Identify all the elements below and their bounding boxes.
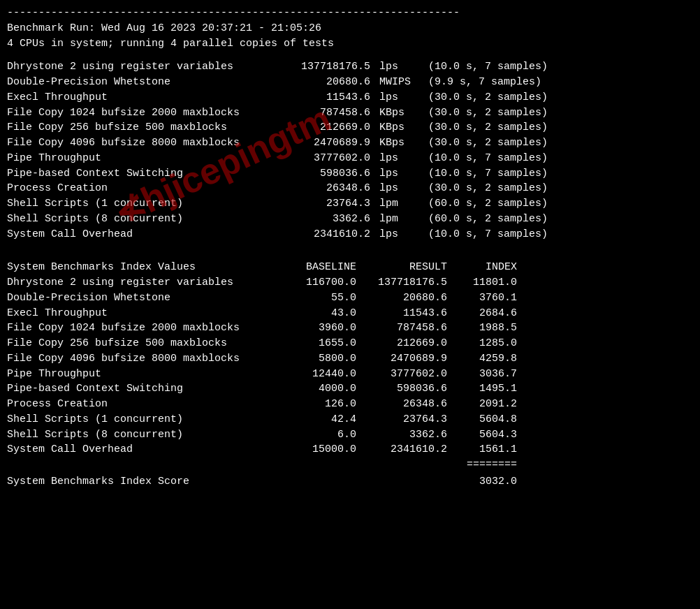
benchmark-info: (10.0 s, 7 samples): [422, 227, 562, 242]
index-row-name: File Copy 1024 bufsize 2000 maxblocks: [7, 321, 279, 336]
index-row-index: 3760.1: [447, 291, 517, 306]
index-row-name: Pipe Throughput: [7, 367, 279, 382]
benchmark-name: Shell Scripts (8 concurrent): [7, 212, 279, 227]
index-header-baseline: BASELINE: [279, 260, 356, 275]
index-section: System Benchmarks Index ValuesBASELINERE…: [7, 250, 693, 489]
benchmark-row: Dhrystone 2 using register variables1377…: [7, 59, 693, 75]
benchmark-row: File Copy 1024 bufsize 2000 maxblocks787…: [7, 105, 693, 121]
benchmark-value: 20680.6: [279, 75, 370, 90]
score-result-spacer: [356, 474, 447, 490]
index-row-baseline: 4000.0: [279, 381, 356, 397]
index-row-index: 1495.1: [447, 381, 517, 397]
index-row-baseline: 42.4: [279, 412, 356, 427]
benchmark-unit: lps: [373, 151, 422, 166]
equals-row: ========: [7, 457, 693, 473]
benchmark-row: Shell Scripts (8 concurrent)3362.6 lpm (…: [7, 212, 693, 227]
index-row-index: 1285.0: [447, 336, 517, 351]
benchmark-row: Pipe-based Context Switching598036.6 lps…: [7, 166, 693, 182]
index-row-name: Dhrystone 2 using register variables: [7, 275, 279, 291]
index-row-baseline: 126.0: [279, 397, 356, 412]
index-row-result: 137718176.5: [356, 275, 447, 291]
index-row-name: File Copy 256 bufsize 500 maxblocks: [7, 336, 279, 351]
score-baseline-spacer: [279, 474, 356, 490]
benchmark-value: 2341610.2: [279, 227, 370, 242]
benchmark-value: 598036.6: [279, 166, 370, 182]
benchmark-name: Pipe-based Context Switching: [7, 166, 279, 182]
index-data-row: Shell Scripts (1 concurrent)42.423764.35…: [7, 412, 693, 427]
benchmark-value: 26348.6: [279, 181, 370, 196]
benchmark-unit: MWIPS: [373, 75, 422, 90]
index-data-row: Dhrystone 2 using register variables1167…: [7, 275, 693, 291]
index-row-index: 2091.2: [447, 397, 517, 412]
index-row-name: Process Creation: [7, 397, 279, 412]
index-data-row: Pipe Throughput12440.03777602.03036.7: [7, 367, 693, 382]
benchmark-name: File Copy 1024 bufsize 2000 maxblocks: [7, 105, 279, 121]
index-row-name: File Copy 4096 bufsize 8000 maxblocks: [7, 351, 279, 367]
index-row-index: 11801.0: [447, 275, 517, 291]
benchmark-name: Dhrystone 2 using register variables: [7, 59, 279, 75]
benchmark-unit: KBps: [373, 135, 422, 151]
benchmark-info: (30.0 s, 2 samples): [422, 105, 562, 121]
index-row-result: 212669.0: [356, 336, 447, 351]
index-row-baseline: 3960.0: [279, 321, 356, 336]
index-row-result: 20680.6: [356, 291, 447, 306]
benchmark-value: 212669.0: [279, 120, 370, 135]
benchmark-name: Pipe Throughput: [7, 151, 279, 166]
benchmark-row: File Copy 4096 bufsize 8000 maxblocks247…: [7, 135, 693, 151]
index-row-baseline: 116700.0: [279, 275, 356, 291]
benchmark-name: File Copy 256 bufsize 500 maxblocks: [7, 120, 279, 135]
index-row-baseline: 43.0: [279, 306, 356, 321]
benchmark-info: (9.9 s, 7 samples): [422, 75, 562, 90]
benchmark-value: 2470689.9: [279, 135, 370, 151]
index-row-result: 2341610.2: [356, 442, 447, 457]
index-row-baseline: 55.0: [279, 291, 356, 306]
separator-top: ----------------------------------------…: [7, 6, 693, 21]
benchmark-unit: KBps: [373, 120, 422, 135]
benchmark-name: Process Creation: [7, 181, 279, 196]
index-data-row: System Call Overhead15000.02341610.21561…: [7, 442, 693, 457]
index-row-baseline: 15000.0: [279, 442, 356, 457]
index-row-result: 787458.6: [356, 321, 447, 336]
index-data-row: Execl Throughput43.011543.62684.6: [7, 306, 693, 321]
benchmark-value: 11543.6: [279, 90, 370, 105]
benchmark-row: Shell Scripts (1 concurrent)23764.3 lpm …: [7, 196, 693, 212]
benchmark-name: Shell Scripts (1 concurrent): [7, 196, 279, 212]
equals-line: ========: [7, 457, 517, 473]
score-row: System Benchmarks Index Score3032.0: [7, 474, 693, 490]
benchmark-info: (30.0 s, 2 samples): [422, 181, 562, 196]
header-line1: Benchmark Run: Wed Aug 16 2023 20:37:21 …: [7, 21, 693, 36]
benchmark-info: (10.0 s, 7 samples): [422, 151, 562, 166]
benchmark-name: File Copy 4096 bufsize 8000 maxblocks: [7, 135, 279, 151]
index-row-index: 1561.1: [447, 442, 517, 457]
benchmark-info: (60.0 s, 2 samples): [422, 196, 562, 212]
benchmark-rows: Dhrystone 2 using register variables1377…: [7, 59, 693, 242]
benchmark-unit: lpm: [373, 196, 422, 212]
index-header-row: System Benchmarks Index ValuesBASELINERE…: [7, 260, 693, 275]
index-row-result: 23764.3: [356, 412, 447, 427]
index-row-baseline: 12440.0: [279, 367, 356, 382]
benchmark-row: Execl Throughput11543.6 lps (30.0 s, 2 s…: [7, 90, 693, 105]
benchmark-unit: lps: [373, 59, 422, 75]
benchmark-value: 3777602.0: [279, 151, 370, 166]
index-data-row: Double-Precision Whetstone55.020680.6376…: [7, 291, 693, 306]
index-data-row: File Copy 4096 bufsize 8000 maxblocks580…: [7, 351, 693, 367]
benchmark-unit: lps: [373, 90, 422, 105]
index-header-result: RESULT: [356, 260, 447, 275]
benchmark-value: 137718176.5: [279, 59, 370, 75]
score-value: 3032.0: [447, 474, 517, 490]
benchmark-value: 3362.6: [279, 212, 370, 227]
benchmark-unit: KBps: [373, 105, 422, 121]
benchmark-unit: lpm: [373, 212, 422, 227]
index-row-baseline: 6.0: [279, 427, 356, 443]
benchmark-info: (10.0 s, 7 samples): [422, 166, 562, 182]
index-row-index: 2684.6: [447, 306, 517, 321]
benchmark-name: Double-Precision Whetstone: [7, 75, 279, 90]
benchmark-value: 787458.6: [279, 105, 370, 121]
index-row-index: 5604.8: [447, 412, 517, 427]
index-row-name: Execl Throughput: [7, 306, 279, 321]
benchmark-unit: lps: [373, 181, 422, 196]
index-row-index: 3036.7: [447, 367, 517, 382]
index-row-baseline: 1655.0: [279, 336, 356, 351]
benchmark-row: Double-Precision Whetstone20680.6 MWIPS …: [7, 75, 693, 90]
benchmark-info: (30.0 s, 2 samples): [422, 90, 562, 105]
